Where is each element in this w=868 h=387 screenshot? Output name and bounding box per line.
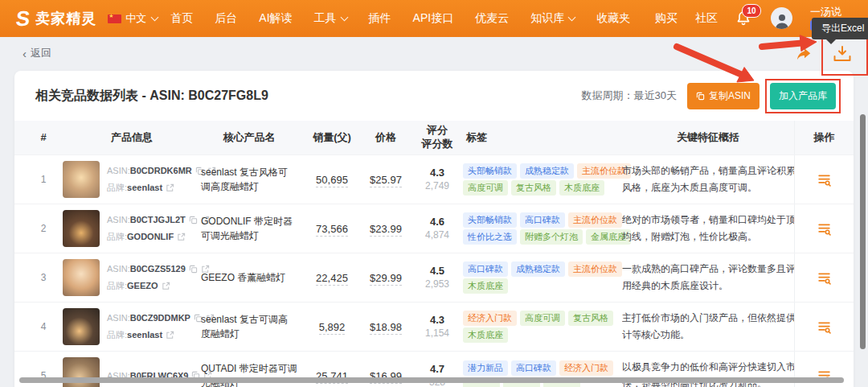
nav-item-tools[interactable]: 工具 — [314, 11, 347, 26]
product-info-cell: ASIN:B0CGZS5129品牌:GEEZO — [63, 259, 201, 296]
view-details-button[interactable] — [817, 173, 831, 187]
product-name: seenlast 复古可调高度融蜡灯 — [201, 312, 304, 341]
external-link-icon[interactable] — [166, 183, 174, 192]
notifications-bell[interactable]: 10 — [735, 10, 753, 27]
nav-item-label: 知识库 — [530, 11, 564, 26]
rating-cell: 4.31,154 — [411, 313, 463, 340]
nav-item-label: 优麦云 — [475, 11, 509, 26]
asin-label: ASIN: — [107, 261, 130, 278]
external-link-icon[interactable] — [162, 282, 170, 290]
nav-item-knowledge[interactable]: 知识库 — [530, 11, 575, 26]
price-value[interactable]: $18.98 — [370, 321, 402, 335]
sales-value[interactable]: 22,425 — [316, 272, 348, 286]
rating-cell: 4.52,953 — [411, 264, 463, 291]
tags-cell: 经济入门款高度可调复古风格木质底座 — [463, 308, 622, 345]
chevron-down-icon — [340, 13, 348, 21]
back-link[interactable]: ‹ 返回 — [23, 46, 51, 60]
export-excel-tooltip: 导出Excel — [812, 18, 868, 39]
language-selector[interactable]: 中文 — [108, 11, 158, 26]
brand-name: 卖家精灵 — [35, 9, 96, 28]
product-image[interactable] — [63, 308, 100, 345]
nav-item-buy[interactable]: 购买 — [655, 11, 678, 26]
nav-item-ai-insight[interactable]: AI解读 — [259, 11, 292, 26]
product-identifiers: ASIN:B0CZ9DDMKP品牌:seenlast — [107, 310, 201, 344]
product-image[interactable] — [63, 259, 100, 296]
vertical-scrollbar[interactable] — [860, 114, 866, 349]
tag: 木质底座 — [463, 278, 508, 294]
tag: 复古风格 — [511, 180, 556, 196]
brand-value: GEEZO — [127, 278, 158, 294]
brand-logo[interactable]: S 卖家精灵 — [16, 8, 96, 29]
price-cell: $23.99 — [360, 223, 411, 235]
tag: 高口碑款 — [511, 360, 556, 376]
nav-item-home[interactable]: 首页 — [170, 11, 193, 26]
column-header-4: 价格 — [360, 131, 411, 145]
view-details-button[interactable] — [817, 222, 831, 236]
table-row: 3ASIN:B0CGZS5129品牌:GEEZOGEEZO 香薰融蜡灯22,42… — [14, 253, 854, 302]
nav-item-backend[interactable]: 后台 — [215, 11, 237, 26]
nav-item-youmaiyun[interactable]: 优麦云 — [475, 11, 509, 26]
top-navbar: S 卖家精灵 中文 首页后台AI解读工具插件API接口优麦云知识库收藏夹 购买 … — [0, 0, 868, 37]
product-info-cell: ASIN:B0CZ9DDMKP品牌:seenlast — [63, 308, 201, 345]
sales-cell: 73,566 — [304, 223, 360, 235]
export-excel-button[interactable] — [833, 45, 852, 66]
tag: 主流价位款 — [568, 261, 622, 277]
share-button[interactable] — [796, 47, 812, 65]
tag: 高度可调 — [520, 311, 565, 326]
nav-item-favorites[interactable]: 收藏夹 — [596, 11, 630, 26]
copy-icon[interactable] — [189, 265, 198, 274]
horizontal-scrollbar[interactable] — [19, 377, 844, 383]
rating-cell: 4.7328 — [411, 362, 463, 387]
page-title: 相关竞品数据列表 - ASIN: B0C27FG8L9 — [35, 88, 268, 105]
product-image[interactable] — [63, 210, 100, 247]
nav-item-community[interactable]: 社区 — [695, 11, 718, 26]
asin-line: ASIN:B0CGZS5129 — [107, 261, 201, 278]
add-to-product-library-button[interactable]: 加入产品库 — [770, 83, 836, 109]
nav-item-api[interactable]: API接口 — [413, 11, 454, 26]
rating-count: 2,749 — [411, 180, 463, 193]
sales-value[interactable]: 73,566 — [316, 223, 348, 237]
nav-item-label: AI解读 — [259, 11, 292, 26]
table-body: 1ASIN:B0CDRDK6MR品牌:seenlastseenlast 复古风格… — [14, 154, 854, 387]
price-value[interactable]: $23.99 — [370, 223, 402, 237]
price-value[interactable]: $25.97 — [370, 174, 402, 187]
tag: 性价比之选 — [463, 229, 517, 245]
rating-count: 1,154 — [411, 327, 463, 340]
competitor-data-card: 相关竞品数据列表 - ASIN: B0C27FG8L9 数据周期：最近30天 复… — [14, 71, 854, 387]
external-link-icon[interactable] — [166, 331, 174, 340]
asin-value: B0CGZS5129 — [130, 261, 186, 278]
sales-value[interactable]: 50,695 — [316, 174, 348, 187]
external-link-icon[interactable] — [177, 233, 186, 241]
nav-item-extension[interactable]: 插件 — [369, 11, 391, 26]
chevron-down-icon — [568, 13, 576, 21]
rating-cell: 4.32,749 — [411, 166, 463, 193]
avatar[interactable] — [771, 7, 792, 29]
summary-line: 市场头部的畅销产品，销量高且评论积累多。设计上主 — [622, 163, 794, 179]
asin-line: ASIN:B0CZ9DDMKP — [107, 310, 201, 327]
data-period-label: 数据周期：最近30天 — [582, 89, 677, 103]
sales-value[interactable]: 5,892 — [319, 321, 346, 335]
tag: 经济入门款 — [559, 360, 613, 376]
view-details-button[interactable] — [817, 320, 831, 334]
summary-line: 风格，底座为木质且高度可调。 — [622, 179, 794, 196]
row-index: 1 — [24, 174, 63, 185]
tag-line: 高口碑款成熟稳定款主流价位款 — [463, 261, 622, 277]
row-index: 3 — [24, 272, 63, 283]
tag-line: 木质底座 — [463, 278, 622, 294]
copy-icon[interactable] — [189, 216, 198, 224]
view-details-button[interactable] — [817, 271, 831, 285]
product-image[interactable] — [63, 161, 100, 198]
download-icon — [833, 45, 852, 63]
user-icon — [773, 11, 791, 29]
product-info-cell: ASIN:B0CTJGJL2T品牌:GODONLIF — [63, 210, 201, 247]
asin-value: B0CTJGJL2T — [130, 212, 186, 228]
summary-line: 一款成熟的高口碑产品，评论数量多且评分高。价格主 — [622, 261, 794, 278]
brand-label: 品牌: — [107, 278, 127, 294]
nav-item-label: 收藏夹 — [596, 11, 630, 26]
column-header-8: 操作 — [794, 121, 854, 154]
price-value[interactable]: $29.99 — [370, 272, 402, 286]
table-header: #产品信息核心产品名销量(父)价格评分 评分数标签关键特征概括操作 — [14, 121, 854, 154]
brand-value: seenlast — [127, 327, 162, 344]
tag: 木质底座 — [559, 180, 604, 196]
copy-asin-button[interactable]: 复制ASIN — [687, 83, 760, 109]
